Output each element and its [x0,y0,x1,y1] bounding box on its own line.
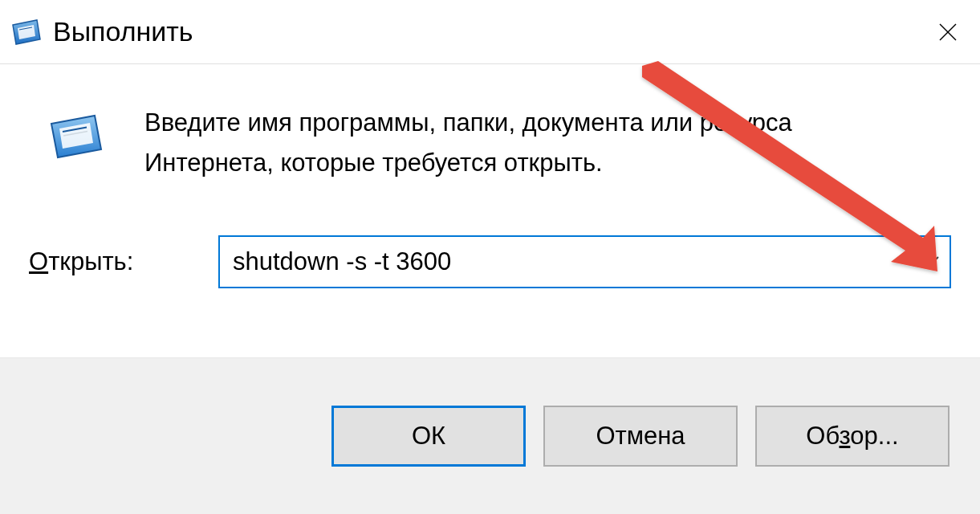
command-combobox[interactable] [218,235,951,288]
dialog-body: Введите имя программы, папки, документа … [0,64,980,357]
description-text: Введите имя программы, папки, документа … [144,103,803,182]
window-title: Выполнить [53,16,193,47]
ok-button[interactable]: ОК [331,406,526,467]
run-dialog-icon [10,17,43,47]
titlebar-left: Выполнить [10,16,193,47]
titlebar: Выполнить [0,0,980,64]
open-row: Открыть: [29,235,951,288]
button-bar: ОК Отмена Обзор... [0,357,980,514]
close-icon [937,22,958,43]
browse-button[interactable]: Обзор... [755,406,950,467]
close-button[interactable] [930,14,966,50]
open-label: Открыть: [29,247,218,276]
cancel-button[interactable]: Отмена [543,406,738,467]
description-row: Введите имя программы, папки, документа … [47,103,951,182]
run-large-icon [47,112,106,161]
command-input[interactable] [218,235,951,288]
